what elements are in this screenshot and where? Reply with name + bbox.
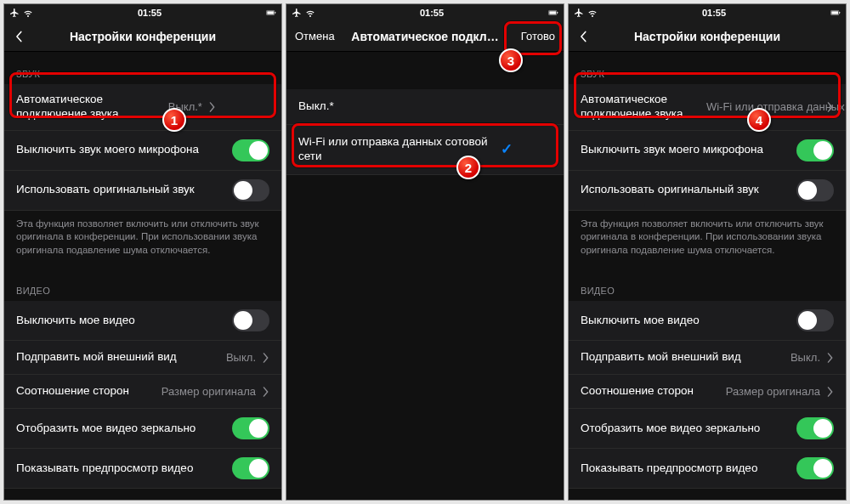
chevron-right-icon (263, 387, 269, 397)
nav-title: Настройки конференции (25, 30, 261, 43)
nav-bar: Настройки конференции (4, 21, 281, 52)
row-label: Выключить звук моего микрофона (16, 143, 232, 157)
row-label: Использовать оригинальный звук (16, 183, 232, 197)
cancel-button[interactable]: Отмена (295, 30, 335, 42)
status-bar: 01:55 (4, 4, 281, 21)
row-label: Подправить мой внешний вид (16, 350, 226, 365)
option-off[interactable]: Выкл.* (286, 89, 564, 125)
row-original-sound[interactable]: Использовать оригинальный звук (569, 171, 846, 211)
content: Выкл.* Wi-Fi или отправка данных сотовой… (286, 52, 564, 500)
row-label: Выключить мое видео (16, 314, 232, 328)
wifi-icon (305, 8, 315, 18)
row-original-sound[interactable]: Использовать оригинальный звук (4, 171, 281, 211)
toggle-mute-video[interactable] (796, 309, 834, 331)
row-value: Размер оригинала (162, 385, 256, 398)
section-header-general: ОБЩИЕ (4, 489, 281, 500)
section-header-general: ОБЩИЕ (569, 489, 846, 500)
content: ЗВУК Автоматическое подключение звука Wi… (569, 52, 846, 500)
status-time: 01:55 (598, 8, 830, 18)
row-aspect[interactable]: Соотношение сторон Размер оригинала (4, 375, 281, 409)
option-label: Выкл.* (298, 99, 552, 114)
row-aspect[interactable]: Соотношение сторон Размер оригинала (569, 375, 846, 409)
row-value: Выкл. (790, 351, 820, 364)
chevron-right-icon (827, 102, 834, 112)
back-icon[interactable] (577, 31, 589, 42)
row-label: Использовать оригинальный звук (581, 183, 796, 197)
nav-bar: Настройки конференции (569, 21, 846, 52)
option-label: Wi-Fi или отправка данных сотовой сети (298, 135, 501, 164)
svg-rect-1 (267, 11, 274, 14)
screen-1: 01:55 Настройки конференции ЗВУК Автомат… (3, 3, 282, 501)
airplane-icon (574, 8, 584, 18)
section-header-video: ВИДЕО (4, 269, 281, 301)
svg-rect-5 (557, 12, 558, 14)
row-label: Отобразить мое видео зеркально (581, 422, 796, 436)
toggle-mute-video[interactable] (232, 309, 269, 331)
footer-note: Эта функция позволяет включить или отклю… (569, 211, 846, 269)
toggle-preview[interactable] (232, 457, 269, 479)
screen-3: 01:55 Настройки конференции ЗВУК Автомат… (568, 3, 847, 501)
svg-rect-7 (831, 11, 838, 14)
status-bar: 01:55 (286, 4, 564, 21)
row-value: Wi-Fi или отправка данных сотовой сети (706, 100, 820, 114)
option-wifi-cell[interactable]: Wi-Fi или отправка данных сотовой сети ✓ (286, 125, 564, 175)
toggle-original-sound[interactable] (232, 179, 269, 201)
toggle-mirror[interactable] (232, 417, 269, 439)
row-label: Соотношение сторон (581, 384, 726, 399)
toggle-preview[interactable] (796, 457, 834, 479)
status-time: 01:55 (315, 8, 548, 18)
battery-icon (266, 8, 276, 18)
airplane-icon (292, 8, 302, 18)
row-label: Показывать предпросмотр видео (581, 462, 796, 476)
row-value: Выкл.* (168, 100, 202, 113)
row-preview[interactable]: Показывать предпросмотр видео (569, 449, 846, 489)
row-mute-mic[interactable]: Выключить звук моего микрофона (569, 131, 846, 171)
status-bar: 01:55 (569, 4, 846, 21)
check-icon: ✓ (501, 140, 513, 158)
toggle-mute-mic[interactable] (796, 139, 834, 161)
svg-rect-2 (275, 12, 275, 14)
row-label: Отобразить мое видео зеркально (16, 422, 232, 436)
row-auto-audio[interactable]: Автоматическое подключение звука Выкл.* (4, 84, 281, 131)
nav-bar: Отмена Автоматическое подкл… Готово (286, 21, 564, 52)
row-mirror[interactable]: Отобразить мое видео зеркально (569, 409, 846, 449)
row-label: Автоматическое подключение звука (16, 93, 168, 122)
back-icon[interactable] (13, 31, 25, 42)
toggle-mute-mic[interactable] (232, 139, 269, 161)
svg-rect-8 (839, 12, 840, 14)
wifi-icon (23, 8, 33, 18)
chevron-right-icon (263, 353, 269, 363)
row-value: Размер оригинала (726, 385, 820, 398)
row-label: Выключить звук моего микрофона (581, 143, 796, 157)
row-label: Соотношение сторон (16, 384, 162, 399)
row-mute-mic[interactable]: Выключить звук моего микрофона (4, 131, 281, 171)
row-mute-video[interactable]: Выключить мое видео (4, 301, 281, 341)
row-preview[interactable]: Показывать предпросмотр видео (4, 449, 281, 489)
row-touch-up[interactable]: Подправить мой внешний вид Выкл. (569, 341, 846, 375)
done-button[interactable]: Готово (521, 30, 555, 42)
svg-rect-4 (549, 11, 556, 14)
row-auto-audio[interactable]: Автоматическое подключение звука Wi-Fi и… (569, 84, 846, 131)
battery-icon (548, 8, 558, 18)
content: ЗВУК Автоматическое подключение звука Вы… (4, 52, 281, 500)
screen-2: 01:55 Отмена Автоматическое подкл… Готов… (286, 3, 564, 501)
row-touch-up[interactable]: Подправить мой внешний вид Выкл. (4, 341, 281, 375)
row-label: Автоматическое подключение звука (581, 93, 706, 122)
toggle-original-sound[interactable] (796, 179, 834, 201)
row-label: Показывать предпросмотр видео (16, 462, 232, 476)
wifi-icon (587, 8, 598, 18)
section-header-video: ВИДЕО (569, 269, 846, 301)
chevron-right-icon (827, 353, 834, 363)
status-time: 01:55 (33, 8, 266, 18)
row-mute-video[interactable]: Выключить мое видео (569, 301, 846, 341)
nav-title: Настройки конференции (589, 30, 825, 43)
row-mirror[interactable]: Отобразить мое видео зеркально (4, 409, 281, 449)
airplane-icon (9, 8, 20, 18)
footer-note: Эта функция позволяет включить или отклю… (4, 211, 281, 269)
chevron-right-icon (827, 387, 834, 397)
toggle-mirror[interactable] (796, 417, 834, 439)
row-label: Выключить мое видео (581, 314, 796, 328)
section-header-sound: ЗВУК (569, 52, 846, 84)
section-header-sound: ЗВУК (4, 52, 281, 84)
battery-icon (830, 8, 841, 18)
